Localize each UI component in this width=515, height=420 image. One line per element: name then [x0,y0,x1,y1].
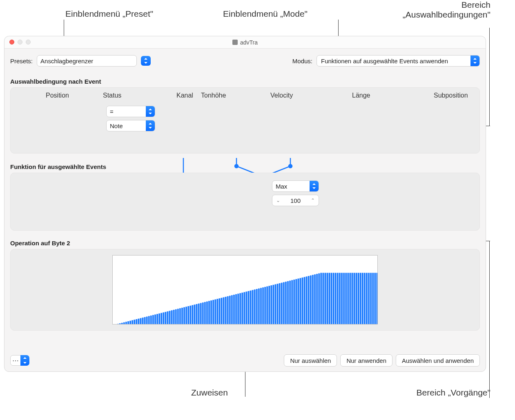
svg-rect-62 [216,299,218,324]
svg-rect-138 [374,273,376,324]
svg-rect-31 [152,315,154,324]
status-operator-value: = [110,108,114,115]
svg-rect-27 [144,317,146,324]
maximize-icon[interactable] [26,40,31,44]
svg-rect-84 [262,287,264,324]
svg-rect-61 [214,300,216,325]
svg-rect-38 [167,311,169,324]
svg-rect-125 [347,273,349,324]
select-and-apply-button[interactable]: Auswählen und anwenden [396,354,480,367]
status-operator-select[interactable]: = [106,106,155,117]
svg-rect-15 [119,323,121,324]
svg-rect-37 [165,312,166,324]
svg-rect-67 [227,296,229,324]
velocity-stepper[interactable]: ⌄ 100 ⌃ [272,195,319,206]
chevron-updown-icon [146,120,155,131]
svg-rect-57 [206,302,208,324]
svg-rect-89 [273,285,274,324]
svg-rect-35 [161,313,162,324]
chevron-updown-icon [470,56,479,66]
callout-selcond: Bereich „Auswahlbedingungen" [403,0,490,20]
select-only-label: Nur auswählen [290,357,331,364]
svg-rect-51 [194,304,196,324]
svg-rect-83 [260,288,262,324]
svg-rect-102 [300,278,301,324]
svg-rect-114 [324,273,326,324]
select-and-apply-label: Auswählen und anwenden [402,357,474,364]
svg-rect-54 [200,303,202,324]
svg-rect-111 [318,273,320,324]
svg-rect-71 [235,294,237,324]
svg-rect-30 [150,316,152,324]
svg-rect-136 [370,273,372,324]
svg-rect-133 [364,273,366,324]
col-subposition: Subposition [393,92,483,99]
col-status: Status [87,92,152,99]
velocity-op-select[interactable]: Max [272,180,319,192]
svg-rect-56 [204,302,206,324]
svg-rect-23 [136,319,137,324]
svg-rect-28 [146,317,148,324]
svg-rect-98 [291,280,293,324]
svg-rect-120 [337,273,339,324]
chevron-up-icon[interactable]: ⌃ [308,198,318,203]
svg-rect-134 [366,273,368,324]
svg-rect-46 [183,307,185,324]
svg-rect-82 [258,289,260,324]
apply-only-label: Nur anwenden [346,357,386,364]
svg-rect-65 [223,297,225,324]
preset-dropdown-button[interactable] [141,56,151,66]
svg-rect-101 [297,278,299,324]
actions-menu-button[interactable]: ⋯ [10,355,21,366]
svg-rect-104 [304,277,305,324]
svg-rect-32 [154,314,156,324]
svg-rect-43 [177,309,179,324]
close-icon[interactable] [9,40,14,44]
svg-rect-79 [252,290,254,324]
svg-rect-85 [264,287,266,324]
mode-select[interactable]: Funktionen auf ausgewählte Events anwend… [317,55,480,67]
svg-rect-105 [306,276,308,324]
svg-rect-29 [148,316,150,324]
svg-rect-103 [302,278,303,324]
svg-rect-41 [173,310,175,324]
svg-rect-20 [129,321,131,324]
svg-rect-135 [368,273,370,324]
preset-value: Anschlagbegrenzer [40,58,93,64]
cond-panel: Position Status Kanal Tonhöhe Velocity L… [10,87,480,153]
svg-rect-76 [246,291,247,324]
status-value: Note [110,122,123,129]
col-tonhohe: Tonhöhe [201,92,254,99]
svg-rect-34 [158,313,160,324]
callout-line [486,126,490,126]
chevron-down-icon[interactable]: ⌄ [273,198,283,203]
svg-rect-73 [239,293,241,324]
svg-rect-45 [181,308,183,324]
svg-rect-95 [285,282,287,324]
callout-ops: Bereich „Vorgänge" [417,388,490,398]
svg-rect-126 [349,273,351,324]
status-value-select[interactable]: Note [106,120,155,131]
col-kanal: Kanal [152,92,201,99]
svg-rect-122 [341,273,343,324]
svg-rect-107 [310,276,312,324]
svg-rect-59 [210,300,212,324]
window-icon [232,40,238,45]
svg-rect-75 [243,292,245,324]
preset-field[interactable]: Anschlagbegrenzer [37,55,137,67]
svg-rect-49 [190,306,191,324]
svg-rect-78 [250,291,252,324]
svg-rect-33 [156,314,158,324]
svg-rect-58 [208,301,210,324]
svg-rect-36 [163,312,164,324]
actions-menu-dropdown[interactable] [20,355,29,366]
callout-mode: Einblendmenü „Mode" [223,9,308,19]
callout-line [489,28,490,126]
minimize-icon[interactable] [18,40,22,44]
svg-rect-93 [281,283,283,324]
select-only-button[interactable]: Nur auswählen [284,354,337,367]
svg-rect-18 [125,322,127,324]
apply-only-button[interactable]: Nur anwenden [340,354,392,367]
col-velocity: Velocity [254,92,307,99]
callout-preset: Einblendmenü „Preset" [65,9,153,19]
